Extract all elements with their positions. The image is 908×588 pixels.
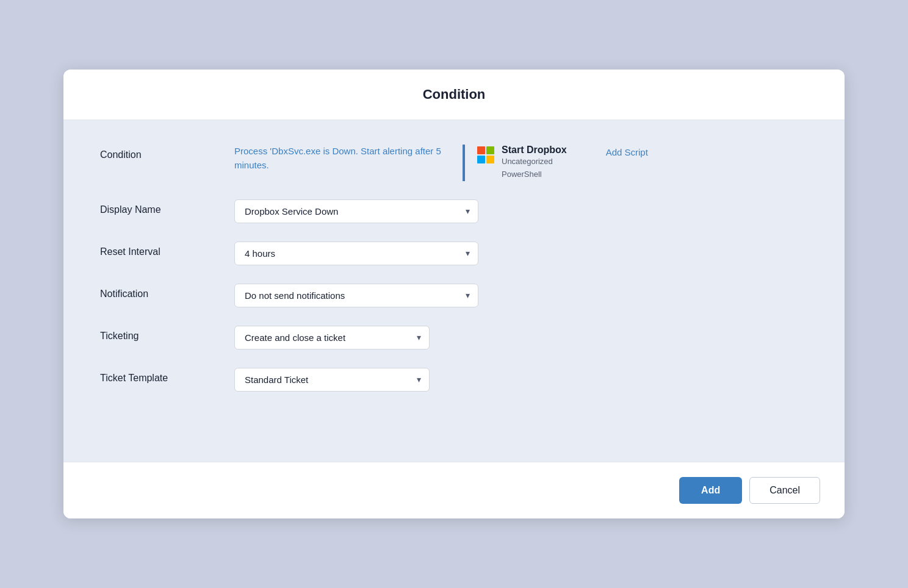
script-category: Uncategorized [502,156,567,168]
ticket-template-content: Standard Ticket Custom Template ▾ [234,368,808,392]
ticket-template-select[interactable]: Standard Ticket Custom Template [234,368,430,392]
display-name-select-wrapper: Dropbox Service Down ▾ [234,199,478,223]
display-name-select[interactable]: Dropbox Service Down [234,199,478,223]
condition-content: Process 'DbxSvc.exe is Down. Start alert… [234,145,808,181]
condition-label: Condition [100,145,234,160]
display-name-label: Display Name [100,199,234,215]
ticketing-select-wrapper: Create and close a ticket Create ticket … [234,326,430,350]
ticket-template-select-wrapper: Standard Ticket Custom Template ▾ [234,368,430,392]
notification-row: Notification Do not send notifications S… [100,284,808,307]
condition-row: Condition Process 'DbxSvc.exe is Down. S… [100,145,808,181]
add-button[interactable]: Add [679,477,742,504]
reset-interval-content: 4 hours 1 hour 8 hours 24 hours ▾ [234,242,808,265]
condition-text: Process 'DbxSvc.exe is Down. Start alert… [234,145,442,172]
script-name: Start Dropbox [502,145,567,156]
condition-modal: Condition Condition Process 'DbxSvc.exe … [63,70,845,518]
ticketing-label: Ticketing [100,326,234,342]
modal-title: Condition [88,87,820,102]
notification-select[interactable]: Do not send notifications Send email Sen… [234,284,478,307]
display-name-row: Display Name Dropbox Service Down ▾ [100,199,808,223]
reset-interval-row: Reset Interval 4 hours 1 hour 8 hours 24… [100,242,808,265]
cancel-button[interactable]: Cancel [749,477,820,504]
ticket-template-label: Ticket Template [100,368,234,384]
reset-interval-select-wrapper: 4 hours 1 hour 8 hours 24 hours ▾ [234,242,478,265]
notification-label: Notification [100,284,234,299]
ticketing-content: Create and close a ticket Create ticket … [234,326,808,350]
display-name-content: Dropbox Service Down ▾ [234,199,808,223]
add-script-link[interactable]: Add Script [606,145,648,157]
reset-interval-select[interactable]: 4 hours 1 hour 8 hours 24 hours [234,242,478,265]
windows-logo-icon [477,146,494,163]
reset-interval-label: Reset Interval [100,242,234,257]
script-type: PowerShell [502,168,567,181]
modal-header: Condition [63,70,845,120]
ticket-template-row: Ticket Template Standard Ticket Custom T… [100,368,808,392]
modal-footer: Add Cancel [63,462,845,518]
ticketing-select[interactable]: Create and close a ticket Create ticket … [234,326,430,350]
notification-select-wrapper: Do not send notifications Send email Sen… [234,284,478,307]
script-info: Start Dropbox Uncategorized PowerShell [463,145,567,181]
notification-content: Do not send notifications Send email Sen… [234,284,808,307]
modal-body: Condition Process 'DbxSvc.exe is Down. S… [63,120,845,462]
script-details: Start Dropbox Uncategorized PowerShell [502,145,567,181]
ticketing-row: Ticketing Create and close a ticket Crea… [100,326,808,350]
